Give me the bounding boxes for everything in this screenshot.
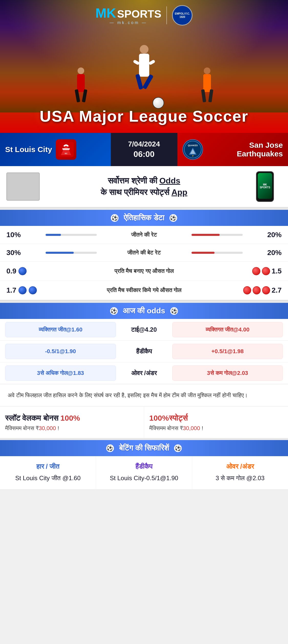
stat-bar-left-2 <box>27 252 101 254</box>
svg-text:SC: SC <box>65 152 68 155</box>
goals-row-2: 1.7 प्रति मैच स्वीकार किये गये औसत गोल 2… <box>0 281 288 300</box>
odds-row-1: व्यक्तिगत जीत@1.60 टाई@4.20 व्यक्तिगत जी… <box>0 319 288 341</box>
match-date: 7/04/2024 <box>128 140 160 148</box>
reco-grid: हार / जीत St Louis City जीत @1.60 हैंडीक… <box>0 456 288 489</box>
mk-com-label: — mk.com — <box>95 20 162 25</box>
odds-btn-left-1[interactable]: व्यक्तिगत जीत@1.60 <box>5 322 116 337</box>
promo-text: सर्वोत्तम श्रेणी की Oddsके साथ प्रीमियर … <box>45 175 243 198</box>
bar-fill-blue-1 <box>46 234 61 236</box>
odds-btn-right-3[interactable]: 3से कम गोल@2.03 <box>172 365 283 381</box>
historical-title: ऐतिहासिक डेटा <box>124 213 164 222</box>
bonus-card-right[interactable]: 100%स्पोर्ट्स मैक्सिमम बोनस ₹30,000 ! <box>144 407 288 438</box>
bonus-left-title: स्लॉट वेलकम बोनस 100% <box>5 413 139 423</box>
odds-btn-left-3[interactable]: 3से अधिक गोल@1.83 <box>5 365 116 381</box>
reco-col-1: हार / जीत St Louis City जीत @1.60 <box>0 456 96 489</box>
goals-label-1: प्रति मैच बनाए गए औसत गोल <box>45 268 243 274</box>
bonus-right-title: 100%स्पोर्ट्स <box>149 413 283 423</box>
team-left: St Louis City SC <box>0 133 111 166</box>
svg-text:QUAKES: QUAKES <box>188 144 198 147</box>
center-player <box>133 31 156 97</box>
stat-label-1: जीतने की रेट <box>101 232 188 238</box>
odds-section: व्यक्तिगत जीत@1.60 टाई@4.20 व्यक्तिगत जी… <box>0 319 288 384</box>
ball-icon-reco-right: ⚽ <box>174 444 182 452</box>
blue-ball-2a <box>18 286 27 294</box>
goals-val-left-1: 0.9 <box>6 267 16 275</box>
bonus-section: स्लॉट वेलकम बोनस 100% मैक्सिमम बोनस ₹30,… <box>0 406 288 438</box>
reco-col-3: ओवर /अंडर 3 से कम गोल @2.03 <box>192 456 288 489</box>
analysis-text: अवे टीम फिलहाल जीत हासिल करने के लिए संघ… <box>8 392 248 398</box>
goals-left-1: 0.9 <box>6 267 45 275</box>
svg-text:⚡: ⚡ <box>191 155 194 157</box>
team-right: QUAKES ⚡ San Jose Earthquakes <box>177 133 288 166</box>
stat-bar-left-1 <box>27 234 101 236</box>
bar-track-blue-2 <box>46 252 97 254</box>
hero-title: USA Major League Soccer <box>40 107 249 125</box>
gap1 <box>0 208 288 210</box>
ball-icon-right: ⚽ <box>169 214 177 222</box>
logo-bar: MK SPORTS — mk.com — EMPOLI F.C. 1920 <box>0 5 288 26</box>
odds-center-1: टाई@4.20 <box>119 326 170 333</box>
reco-type-3: ओवर /अंडर <box>196 463 284 470</box>
goals-label-2: प्रति मैच स्वीकार किये गये औसत गोल <box>45 287 243 294</box>
stat-left-val-1: 10% <box>6 231 27 239</box>
odds-center-3: ओवर /अंडर <box>119 370 170 377</box>
goals-val-left-2: 1.7 <box>6 286 16 294</box>
red-ball-2b <box>253 286 261 294</box>
stat-label-2: जीतने की बेट रेट <box>101 249 188 256</box>
promo-phone-visual: MKSPORTS <box>248 171 282 202</box>
odds-row-3: 3से अधिक गोल@1.83 ओवर /अंडर 3से कम गोल@2… <box>0 362 288 384</box>
gap3 <box>0 438 288 440</box>
odds-highlight: Odds <box>159 176 180 185</box>
bar-track-red-1 <box>191 234 243 236</box>
stat-left-val-2: 30% <box>6 249 27 257</box>
player-visuals <box>0 28 288 112</box>
bar-fill-red-1 <box>191 234 220 236</box>
goals-right-2: 2.7 <box>243 286 282 294</box>
analysis-section: अवे टीम फिलहाल जीत हासिल करने के लिए संघ… <box>0 384 288 406</box>
bar-track-red-2 <box>191 252 243 254</box>
reco-pick-2: St Louis City-0.5/1@1.90 <box>100 474 188 483</box>
odds-btn-right-2[interactable]: +0.5/1@1.98 <box>172 344 283 359</box>
bonus-card-left[interactable]: स्लॉट वेलकम बोनस 100% मैक्सिमम बोनस ₹30,… <box>0 407 144 438</box>
odds-btn-right-1[interactable]: व्यक्तिगत जीत@4.00 <box>172 322 283 337</box>
promo-image <box>6 172 40 201</box>
red-ball-1b <box>262 267 270 275</box>
reco-pick-1: St Louis City जीत @1.60 <box>4 474 92 483</box>
reco-type-1: हार / जीत <box>4 463 92 470</box>
stat-bar-right-1 <box>188 234 261 236</box>
promo-banner: सर्वोत्तम श्रेणी की Oddsके साथ प्रीमियर … <box>0 166 288 208</box>
ball-icon-reco-left: ⚽ <box>106 444 114 452</box>
team-left-name: St Louis City <box>5 145 52 154</box>
goals-right-1: 1.5 <box>243 267 282 275</box>
blue-ball-2b <box>29 286 37 294</box>
mk-sports-text: MK SPORTS — mk.com — <box>95 6 162 25</box>
stat-bar-right-2 <box>188 252 261 254</box>
goals-row-1: 0.9 प्रति मैच बनाए गए औसत गोल 1.5 <box>0 262 288 281</box>
mk-logo[interactable]: MK SPORTS — mk.com — <box>95 6 162 25</box>
bonus-left-subtitle: मैक्सिमम बोनस ₹30,000 ! <box>5 425 139 432</box>
odds-center-2: हैंडीकैप <box>119 348 170 355</box>
right-player <box>198 56 216 107</box>
goals-left-2: 1.7 <box>6 286 45 294</box>
match-header: St Louis City SC 7/04/2024 06:00 QUAKES … <box>0 133 288 166</box>
stat-right-val-2: 20% <box>261 249 282 257</box>
reco-title: बेटिंग की सिफारिशें <box>119 444 169 453</box>
stat-row-1: 10% जीतने की रेट 20% <box>0 226 288 244</box>
quakes-logo: QUAKES ⚡ <box>183 139 203 160</box>
reco-section-header: ⚽ बेटिंग की सिफारिशें ⚽ <box>0 440 288 456</box>
recommendations-section: ⚽ बेटिंग की सिफारिशें ⚽ हार / जीत St Lou… <box>0 440 288 489</box>
red-ball-1a <box>252 267 260 275</box>
odds-row-2: -0.5/1@1.90 हैंडीकैप +0.5/1@1.98 <box>0 341 288 362</box>
reco-type-2: हैंडीकैप <box>100 463 188 470</box>
ball-icon-odds-right: ⚽ <box>170 307 178 315</box>
goals-val-right-1: 1.5 <box>272 267 282 275</box>
odds-btn-left-2[interactable]: -0.5/1@1.90 <box>5 344 116 359</box>
red-ball-2a <box>243 286 251 294</box>
stats-table: 10% जीतने की रेट 20% 30% जीतने की बेट रे… <box>0 226 288 301</box>
bar-fill-blue-2 <box>46 252 74 254</box>
stlouis-logo: SC <box>56 139 76 160</box>
logo-divider <box>166 6 167 24</box>
stat-row-2: 30% जीतने की बेट रेट 20% <box>0 244 288 262</box>
left-player <box>72 56 90 107</box>
empoli-logo: EMPOLI F.C. 1920 <box>172 5 193 26</box>
